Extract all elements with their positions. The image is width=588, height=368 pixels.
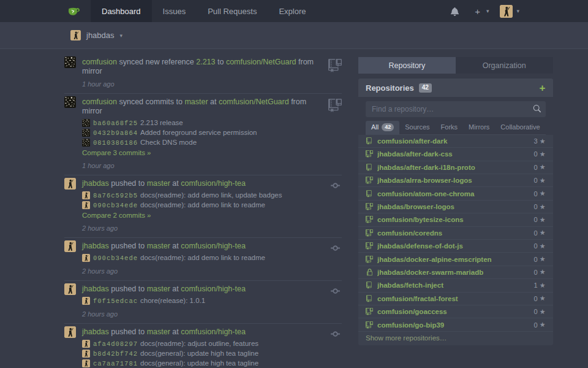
repo-link[interactable]: comfusion/fractal-forest 0★ — [358, 293, 553, 305]
context-user-switcher[interactable]: jhabdas — [86, 31, 115, 40]
feed-text: at — [170, 242, 181, 250]
commit-hash-link[interactable]: 090cb34ede — [93, 255, 138, 262]
sidebar-tab-repository[interactable]: Repository — [358, 57, 456, 74]
actor-avatar[interactable] — [64, 96, 76, 108]
repo-star-count: 0★ — [534, 163, 546, 171]
compare-commits-link[interactable]: Compare 3 commits » — [82, 148, 151, 158]
user-avatar[interactable] — [500, 5, 513, 18]
add-repository-button[interactable]: + — [540, 83, 546, 93]
repo-mirror-icon — [366, 229, 373, 237]
repo-link[interactable]: jhabdas/browser-logos 0★ — [358, 201, 553, 213]
event-type-icon — [329, 178, 342, 232]
repo-link[interactable]: jhabdas/docker-swarm-mariadb 0★ — [358, 266, 553, 279]
commit-hash-link[interactable]: ba60a68f25 — [93, 120, 138, 127]
committer-avatar — [82, 129, 90, 137]
repo-search-input[interactable] — [366, 101, 546, 117]
actor-avatar[interactable] — [64, 240, 76, 252]
committer-avatar — [82, 359, 90, 367]
feed-link[interactable]: jhabdas — [82, 242, 109, 250]
commit-hash-link[interactable]: f0f15edcac — [93, 297, 138, 305]
feed-link[interactable]: comfusion/high-tea — [181, 179, 246, 188]
feed-link[interactable]: jhabdas — [82, 328, 109, 336]
feed-link[interactable]: comfusion — [82, 58, 117, 66]
repo-filter-forks[interactable]: Forks — [435, 121, 464, 134]
navbar-item-pull-requests[interactable]: Pull Requests — [197, 0, 268, 22]
create-new-caret-icon[interactable]: ▾ — [486, 8, 489, 14]
repo-link[interactable]: jhabdas/after-dark-i18n-proto 0★ — [358, 161, 553, 174]
gitea-logo-icon[interactable] — [66, 0, 82, 22]
repo-filter-collaborative[interactable]: Collaborative — [495, 121, 545, 134]
repo-link[interactable]: comfusion/go-bip39 0★ — [358, 318, 553, 331]
actor-avatar[interactable] — [64, 56, 76, 68]
feed-title: comfusion synced commits to master at co… — [82, 96, 322, 116]
feed-link[interactable]: jhabdas — [82, 179, 109, 188]
feed-link[interactable]: master — [184, 98, 208, 106]
feed-link[interactable]: jhabdas — [82, 285, 109, 293]
repo-icon — [366, 282, 373, 289]
show-more-repositories-link[interactable]: Show more repositories… — [358, 332, 553, 345]
repo-link[interactable]: jhabdas/fetch-inject 1★ — [358, 279, 553, 292]
star-icon: ★ — [540, 294, 546, 302]
sidebar-tab-organization[interactable]: Organization — [456, 57, 553, 74]
navbar-item-explore[interactable]: Explore — [268, 0, 317, 22]
compare-commits-link[interactable]: Compare 2 commits » — [82, 211, 151, 220]
actor-avatar[interactable] — [64, 283, 76, 295]
feed-link[interactable]: master — [147, 242, 170, 250]
feed-link[interactable]: master — [147, 285, 170, 293]
repo-link[interactable]: comfusion/atom-one-chroma 0★ — [358, 187, 553, 200]
repo-link[interactable]: comfusion/bytesize-icons 0★ — [358, 213, 553, 226]
commit-hash-link[interactable]: afa4d08297 — [93, 340, 138, 348]
user-menu-caret-icon[interactable]: ▾ — [516, 8, 519, 14]
create-new-button[interactable]: + — [469, 6, 483, 17]
committer-avatar — [82, 201, 90, 209]
feed-link[interactable]: comfusion/high-tea — [181, 285, 246, 293]
private-repo-lock-icon — [366, 269, 373, 276]
repo-link[interactable]: jhabdas/defense-of-dot-js 0★ — [358, 240, 553, 253]
repo-filter-sources[interactable]: Sources — [399, 121, 435, 134]
commit-hash-link[interactable]: b8d42bf742 — [93, 350, 138, 358]
context-user-avatar[interactable] — [70, 30, 81, 40]
dashboard-context-bar: jhabdas ▾ — [0, 22, 588, 49]
feed-title: jhabdas pushed to master at comfusion/hi… — [82, 283, 323, 294]
navbar-item-dashboard[interactable]: Dashboard — [91, 0, 152, 22]
navbar-item-issues[interactable]: Issues — [152, 0, 197, 22]
star-icon: ★ — [540, 216, 546, 224]
repo-link[interactable]: jhabdas/docker-alpine-emscripten 0★ — [358, 253, 553, 266]
notifications-bell-icon[interactable] — [445, 7, 465, 16]
feed-link[interactable]: comfusion/high-tea — [181, 328, 246, 336]
feed-link[interactable]: comfusion/high-tea — [181, 242, 246, 250]
feed-link[interactable]: master — [147, 179, 170, 188]
repo-name: comfusion/after-dark — [377, 137, 530, 145]
event-type-icon — [329, 240, 342, 275]
repo-star-count: 0★ — [534, 321, 546, 329]
repo-link[interactable]: comfusion/coredns 0★ — [358, 227, 553, 240]
commit-message: Check DNS mode — [140, 139, 197, 146]
repo-link[interactable]: jhabdas/after-dark-css 0★ — [358, 148, 553, 161]
commit-row: ca7aa71781docs(general): update high tea… — [82, 359, 323, 368]
repo-link[interactable]: jhabdas/alrra-browser-logos 0★ — [358, 174, 553, 187]
repositories-count-badge: 42 — [419, 83, 432, 93]
commit-hash-link[interactable]: 0810386186 — [93, 139, 138, 147]
commit-hash-link[interactable]: 8a76c592b5 — [93, 192, 138, 199]
feed-title: jhabdas pushed to master at comfusion/hi… — [82, 178, 323, 188]
commit-message: docs(readme): add demo link to readme — [140, 201, 265, 209]
feed-timestamp: 1 hour ago — [82, 162, 322, 170]
commit-hash-link[interactable]: 090cb34ede — [93, 202, 138, 209]
feed-item: jhabdas pushed to master at comfusion/hi… — [64, 281, 342, 324]
actor-avatar[interactable] — [64, 178, 76, 190]
repo-link[interactable]: comfusion/goaccess 0★ — [358, 305, 553, 318]
repo-name: comfusion/coredns — [377, 229, 530, 237]
feed-link[interactable]: 2.213 — [196, 58, 215, 66]
context-caret-icon[interactable]: ▾ — [120, 33, 123, 39]
feed-link[interactable]: comfusion/NetGuard — [219, 98, 289, 106]
feed-link[interactable]: comfusion/NetGuard — [226, 58, 296, 66]
feed-link[interactable]: comfusion — [82, 98, 117, 106]
commit-hash-link[interactable]: ca7aa71781 — [93, 360, 138, 367]
repo-mirror-icon — [366, 203, 373, 210]
commit-hash-link[interactable]: 0432b9a864 — [93, 129, 138, 137]
repo-filter-mirrors[interactable]: Mirrors — [463, 121, 495, 134]
feed-link[interactable]: master — [147, 328, 170, 336]
repo-filter-all[interactable]: All42 — [366, 121, 399, 134]
repo-link[interactable]: comfusion/after-dark 3★ — [358, 135, 553, 148]
actor-avatar[interactable] — [64, 326, 76, 338]
